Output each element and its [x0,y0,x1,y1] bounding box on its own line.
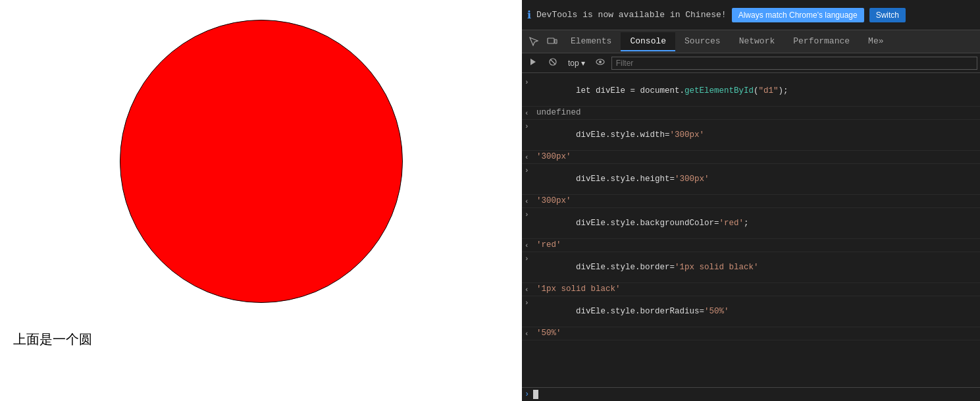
console-line: › divEle.style.borderRadius='50%' [522,296,980,327]
arrow-right-icon: › [525,299,532,307]
console-line: › divEle.style.border='1px solid black' [522,252,980,283]
arrow-left-icon: ‹ [525,242,532,250]
tab-more[interactable]: Me» [859,32,892,51]
svg-rect-0 [548,38,554,43]
arrow-left-icon: ‹ [525,286,532,294]
console-output[interactable]: › let divEle = document.getElementById("… [522,73,980,387]
devtools-panel: ℹ DevTools is now available in Chinese! … [522,0,980,401]
arrow-right-icon: › [525,122,532,130]
arrow-left-icon: ‹ [525,109,532,117]
switch-button[interactable]: Switch [869,8,906,22]
top-label: top [568,59,579,68]
tab-performance[interactable]: Performance [784,32,859,51]
tab-console[interactable]: Console [621,32,675,51]
input-prompt-icon: › [525,390,529,399]
clear-console-btn[interactable] [544,55,561,70]
arrow-left-icon: ‹ [525,198,532,205]
console-cursor [533,390,538,399]
console-line: ‹ '300px' [522,195,980,208]
console-line: ‹ '50%' [522,327,980,340]
arrow-right-icon: › [525,255,532,263]
arrow-right-icon: › [525,211,532,219]
always-match-button[interactable]: Always match Chrome's language [732,8,864,22]
console-line: ‹ 'red' [522,239,980,252]
inspect-icon-btn[interactable] [525,34,543,49]
tab-network[interactable]: Network [730,32,785,51]
tab-sources[interactable]: Sources [675,32,730,51]
svg-point-6 [599,61,602,63]
dropdown-arrow: ▾ [581,59,585,68]
svg-line-4 [550,59,555,65]
console-filter-input[interactable] [611,57,977,70]
notification-bar: ℹ DevTools is now available in Chinese! … [522,0,980,30]
console-line: › divEle.style.width='300px' [522,120,980,151]
console-line: ‹ undefined [522,107,980,120]
tab-elements[interactable]: Elements [561,32,621,51]
info-icon: ℹ [527,9,531,22]
tab-bar: Elements Console Sources Network Perform… [522,30,980,53]
eye-btn[interactable] [592,55,609,70]
arrow-right-icon: › [525,78,532,86]
arrow-right-icon: › [525,167,532,174]
console-line: ‹ '1px solid black' [522,283,980,296]
circle-container [0,0,522,303]
svg-marker-2 [530,59,536,65]
console-line: › divEle.style.backgroundColor='red'; [522,208,980,239]
console-toolbar: top ▾ [522,53,980,73]
page-label: 上面是一个圆 [13,331,92,348]
console-input-line[interactable]: › [522,387,980,401]
device-toggle-btn[interactable] [543,34,561,49]
console-line: › divEle.style.height='300px' [522,164,980,195]
webpage-panel: 上面是一个圆 [0,0,522,401]
run-script-btn[interactable] [525,55,542,70]
context-selector[interactable]: top ▾ [564,57,589,69]
notification-text: DevTools is now available in Chinese! [536,10,727,20]
svg-rect-1 [555,40,557,43]
circle-shape [120,20,403,303]
arrow-left-icon: ‹ [525,330,532,338]
console-line: ‹ '300px' [522,151,980,164]
arrow-left-icon: ‹ [525,153,532,161]
console-line: › let divEle = document.getElementById("… [522,76,980,107]
